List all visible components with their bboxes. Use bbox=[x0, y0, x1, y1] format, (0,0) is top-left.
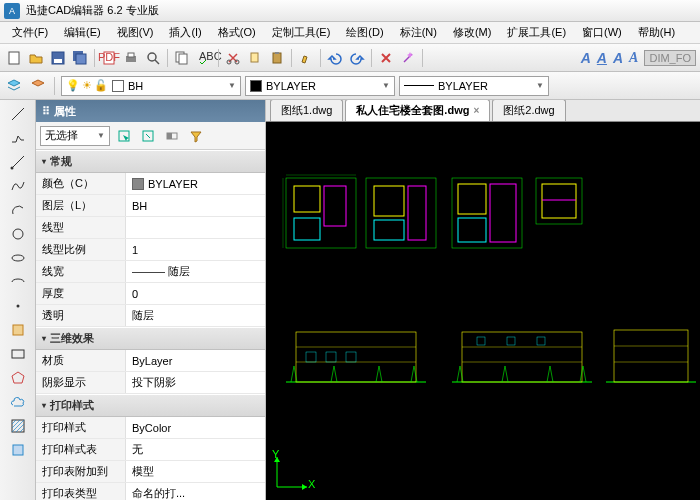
prop-row[interactable]: 颜色（C）BYLAYER bbox=[36, 173, 265, 195]
prop-value[interactable]: ByColor bbox=[126, 417, 265, 438]
prop-value[interactable]: 模型 bbox=[126, 461, 265, 482]
prop-value[interactable]: BH bbox=[126, 195, 265, 216]
viewport[interactable]: Y X bbox=[266, 122, 700, 500]
layer-state-icon[interactable] bbox=[28, 76, 48, 96]
prop-key: 阴影显示 bbox=[36, 372, 126, 393]
wand-icon[interactable] bbox=[398, 48, 418, 68]
prop-value[interactable]: BYLAYER bbox=[126, 173, 265, 194]
print-icon[interactable] bbox=[121, 48, 141, 68]
prop-key: 颜色（C） bbox=[36, 173, 126, 194]
toggle-icon[interactable] bbox=[162, 126, 182, 146]
menu-draw[interactable]: 绘图(D) bbox=[338, 23, 391, 42]
menu-insert[interactable]: 插入(I) bbox=[161, 23, 209, 42]
spell-icon[interactable]: ABC bbox=[194, 48, 214, 68]
preview-icon[interactable] bbox=[143, 48, 163, 68]
svg-text:PDF: PDF bbox=[98, 51, 120, 63]
prop-value[interactable]: 0 bbox=[126, 283, 265, 304]
section-三维效果[interactable]: ▾三维效果 bbox=[36, 327, 265, 350]
menu-modify[interactable]: 修改(M) bbox=[445, 23, 500, 42]
svg-line-32 bbox=[146, 134, 150, 138]
spline-icon[interactable] bbox=[8, 176, 28, 196]
pick-icon[interactable] bbox=[114, 126, 134, 146]
brush-icon[interactable] bbox=[296, 48, 316, 68]
polygon-icon[interactable] bbox=[8, 368, 28, 388]
circle-icon[interactable] bbox=[8, 224, 28, 244]
text-style-a3[interactable]: A bbox=[613, 50, 623, 66]
redo-icon[interactable] bbox=[347, 48, 367, 68]
grip-icon[interactable]: ⠿ bbox=[42, 105, 50, 118]
prop-row[interactable]: 打印表附加到模型 bbox=[36, 461, 265, 483]
region-icon[interactable] bbox=[8, 440, 28, 460]
color-combo[interactable]: BYLAYER ▼ bbox=[245, 76, 395, 96]
filter-icon[interactable] bbox=[186, 126, 206, 146]
menu-view[interactable]: 视图(V) bbox=[109, 23, 162, 42]
menu-custom[interactable]: 定制工具(E) bbox=[264, 23, 339, 42]
svg-rect-2 bbox=[54, 59, 62, 63]
new-icon[interactable] bbox=[4, 48, 24, 68]
prop-value[interactable]: 随层 bbox=[126, 305, 265, 326]
prop-row[interactable]: 线型比例1 bbox=[36, 239, 265, 261]
svg-rect-56 bbox=[306, 352, 316, 362]
selection-combo[interactable]: 无选择▼ bbox=[40, 126, 110, 146]
block-icon[interactable] bbox=[8, 320, 28, 340]
save-icon[interactable] bbox=[48, 48, 68, 68]
menu-format[interactable]: 格式(O) bbox=[210, 23, 264, 42]
ellipse-icon[interactable] bbox=[8, 248, 28, 268]
prop-row[interactable]: 打印表类型命名的打... bbox=[36, 483, 265, 500]
tab-drawing2[interactable]: 图纸2.dwg bbox=[492, 100, 565, 121]
menu-edit[interactable]: 编辑(E) bbox=[56, 23, 109, 42]
copy-icon[interactable] bbox=[172, 48, 192, 68]
ray-icon[interactable] bbox=[8, 152, 28, 172]
menu-help[interactable]: 帮助(H) bbox=[630, 23, 683, 42]
ellipse-arc-icon[interactable] bbox=[8, 272, 28, 292]
tab-house[interactable]: 私人住宅楼全套图.dwg× bbox=[345, 100, 490, 121]
prop-row[interactable]: 打印样式ByColor bbox=[36, 417, 265, 439]
menu-extend[interactable]: 扩展工具(E) bbox=[499, 23, 574, 42]
pdf-icon[interactable]: PDF bbox=[99, 48, 119, 68]
tab-drawing1[interactable]: 图纸1.dwg bbox=[270, 100, 343, 121]
text-style-a4[interactable]: A bbox=[629, 50, 638, 66]
prop-row[interactable]: 打印样式表无 bbox=[36, 439, 265, 461]
prop-value[interactable]: ByLayer bbox=[126, 350, 265, 371]
prop-value[interactable]: 投下阴影 bbox=[126, 372, 265, 393]
prop-row[interactable]: 厚度0 bbox=[36, 283, 265, 305]
prop-row[interactable]: 图层（L）BH bbox=[36, 195, 265, 217]
prop-value[interactable]: 命名的打... bbox=[126, 483, 265, 500]
point-icon[interactable] bbox=[8, 296, 28, 316]
prop-row[interactable]: 材质ByLayer bbox=[36, 350, 265, 372]
prop-value[interactable]: ——— 随层 bbox=[126, 261, 265, 282]
layer-mgr-icon[interactable] bbox=[4, 76, 24, 96]
section-打印样式[interactable]: ▾打印样式 bbox=[36, 394, 265, 417]
text-style-a2[interactable]: A bbox=[597, 50, 607, 66]
prop-value[interactable]: 1 bbox=[126, 239, 265, 260]
saveall-icon[interactable] bbox=[70, 48, 90, 68]
layer-combo[interactable]: 💡 ☀ 🔓 BH ▼ bbox=[61, 76, 241, 96]
text-style-a1[interactable]: A bbox=[581, 50, 591, 66]
cut-icon[interactable] bbox=[223, 48, 243, 68]
line-icon[interactable] bbox=[8, 104, 28, 124]
prop-row[interactable]: 阴影显示投下阴影 bbox=[36, 372, 265, 394]
undo-icon[interactable] bbox=[325, 48, 345, 68]
menu-file[interactable]: 文件(F) bbox=[4, 23, 56, 42]
linetype-combo[interactable]: BYLAYER ▼ bbox=[399, 76, 549, 96]
arc-icon[interactable] bbox=[8, 200, 28, 220]
section-常规[interactable]: ▾常规 bbox=[36, 150, 265, 173]
paste-icon[interactable] bbox=[267, 48, 287, 68]
prop-value[interactable]: 无 bbox=[126, 439, 265, 460]
open-icon[interactable] bbox=[26, 48, 46, 68]
menu-dimension[interactable]: 标注(N) bbox=[392, 23, 445, 42]
rect-icon[interactable] bbox=[8, 344, 28, 364]
quick-select-icon[interactable] bbox=[138, 126, 158, 146]
prop-row[interactable]: 透明随层 bbox=[36, 305, 265, 327]
prop-row[interactable]: 线宽——— 随层 bbox=[36, 261, 265, 283]
prop-row[interactable]: 线型 bbox=[36, 217, 265, 239]
polyline-icon[interactable] bbox=[8, 128, 28, 148]
close-tab-icon[interactable]: × bbox=[473, 105, 479, 116]
prop-value[interactable] bbox=[126, 217, 265, 238]
menu-window[interactable]: 窗口(W) bbox=[574, 23, 630, 42]
delete-icon[interactable] bbox=[376, 48, 396, 68]
copy2-icon[interactable] bbox=[245, 48, 265, 68]
cloud-icon[interactable] bbox=[8, 392, 28, 412]
hatch-icon[interactable] bbox=[8, 416, 28, 436]
dim-style-button[interactable]: DIM_FO bbox=[644, 50, 696, 66]
